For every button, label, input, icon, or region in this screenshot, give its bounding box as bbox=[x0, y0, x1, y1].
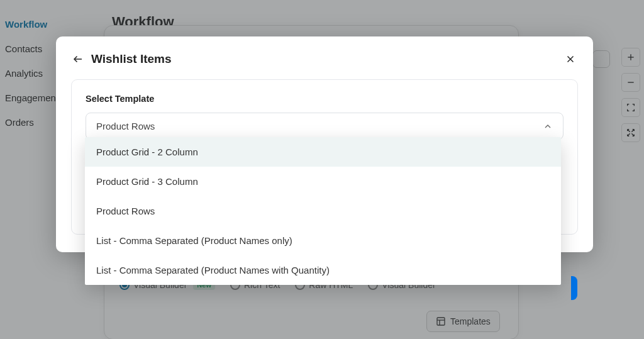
dropdown-option[interactable]: Product Rows bbox=[85, 196, 561, 226]
template-dropdown: Product Grid - 2 Column Product Grid - 3… bbox=[85, 137, 561, 285]
close-icon bbox=[565, 53, 576, 65]
dropdown-option[interactable]: Product Grid - 3 Column bbox=[85, 167, 561, 196]
primary-button-edge[interactable] bbox=[571, 276, 577, 300]
select-template-label: Select Template bbox=[86, 94, 564, 104]
arrow-left-icon bbox=[72, 53, 84, 65]
template-select-value: Product Rows bbox=[96, 121, 155, 131]
modal-title: Wishlist Items bbox=[91, 52, 172, 66]
back-button[interactable] bbox=[71, 52, 85, 66]
template-select[interactable]: Product Rows bbox=[86, 113, 564, 140]
modal-header: Wishlist Items bbox=[71, 52, 578, 67]
chevron-up-icon bbox=[543, 121, 553, 131]
close-button[interactable] bbox=[563, 52, 578, 67]
dropdown-option[interactable]: List - Comma Separated (Product Names wi… bbox=[85, 255, 561, 285]
dropdown-option[interactable]: List - Comma Separated (Product Names on… bbox=[85, 226, 561, 255]
dropdown-option[interactable]: Product Grid - 2 Column bbox=[85, 137, 561, 167]
